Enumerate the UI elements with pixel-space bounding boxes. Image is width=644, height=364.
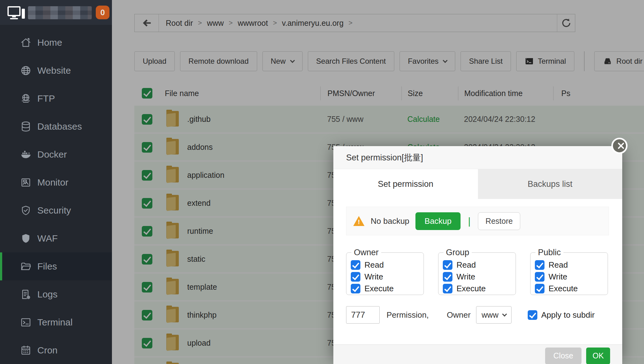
sidebar: 0 HomeWebsiteFTPDatabasesDockerMonitorSe…	[0, 0, 112, 364]
sidebar-item-waf[interactable]: WAF	[0, 224, 112, 252]
folder-open-icon	[20, 260, 32, 272]
permission-option-label: Execute	[456, 284, 486, 293]
ftp-globe-icon	[20, 93, 32, 104]
apply-subdir-label: Apply to subdir	[541, 310, 595, 320]
write-checkbox[interactable]	[443, 272, 452, 282]
shield-check-icon	[20, 205, 32, 216]
tab-backups-list[interactable]: Backups list	[478, 169, 623, 199]
sidebar-item-docker[interactable]: Docker	[0, 141, 112, 168]
sidebar-item-website[interactable]: Website	[0, 57, 112, 85]
execute-checkbox[interactable]	[535, 284, 544, 293]
sidebar-item-label: Monitor	[37, 177, 68, 188]
sidebar-item-terminal[interactable]: Terminal	[0, 308, 112, 336]
close-button[interactable]: Close	[545, 348, 581, 364]
sidebar-item-databases[interactable]: Databases	[0, 113, 112, 141]
write-checkbox[interactable]	[351, 272, 360, 282]
permission-option: Execute	[535, 284, 608, 293]
sidebar-item-label: Cron	[37, 345, 58, 356]
notification-badge[interactable]: 0	[96, 6, 109, 19]
chevron-down-icon	[502, 311, 507, 316]
sidebar-item-ftp[interactable]: FTP	[0, 85, 112, 113]
permission-option: Write	[443, 272, 516, 282]
database-icon	[20, 121, 32, 132]
sidebar-item-label: Home	[37, 37, 62, 48]
permission-option-label: Read	[456, 260, 476, 270]
backup-divider: |	[468, 215, 470, 227]
server-name-blurred[interactable]	[28, 6, 92, 19]
write-checkbox[interactable]	[535, 272, 544, 282]
globe-icon	[20, 65, 32, 76]
permission-option: Write	[535, 272, 608, 282]
backup-status-text: No backup	[371, 216, 409, 226]
permission-option: Read	[535, 260, 608, 270]
permission-option-label: Read	[364, 260, 384, 270]
execute-checkbox[interactable]	[351, 284, 360, 293]
permission-controls: Permission, Owner www Apply to subdir	[346, 306, 622, 324]
dialog-footer: Close OK	[333, 344, 622, 364]
read-checkbox[interactable]	[443, 260, 452, 270]
permission-option-label: Read	[549, 260, 568, 270]
permission-option: Execute	[351, 284, 424, 293]
sidebar-item-label: Files	[37, 261, 57, 272]
permission-option: Read	[443, 260, 516, 270]
sidebar-item-label: FTP	[37, 93, 55, 104]
owner-label: Owner	[447, 310, 471, 320]
sidebar-nav: HomeWebsiteFTPDatabasesDockerMonitorSecu…	[0, 29, 112, 364]
permission-group-group: GroupReadWriteExecute	[438, 248, 516, 295]
sidebar-item-label: Logs	[37, 289, 58, 300]
permission-groups: OwnerReadWriteExecuteGroupReadWriteExecu…	[346, 248, 622, 295]
sidebar-item-label: Security	[37, 205, 71, 216]
tab-set-permission[interactable]: Set permission	[333, 169, 478, 199]
read-checkbox[interactable]	[535, 260, 544, 270]
warning-icon	[353, 216, 364, 226]
ok-button[interactable]: OK	[586, 348, 610, 364]
sidebar-item-label: Terminal	[37, 317, 72, 328]
owner-select-value: www	[482, 311, 498, 320]
set-permission-dialog: Set permission[批量] Set permissionBackups…	[333, 146, 622, 359]
sidebar-item-label: Docker	[37, 149, 67, 160]
permission-option-label: Execute	[549, 284, 578, 293]
server-logo-icon	[7, 6, 25, 20]
permission-value-input[interactable]	[346, 306, 380, 324]
app-root: 0 HomeWebsiteFTPDatabasesDockerMonitorSe…	[0, 0, 644, 364]
permission-option-label: Write	[549, 272, 567, 282]
shield-filled-icon	[20, 233, 32, 244]
sidebar-item-logs[interactable]: Logs	[0, 280, 112, 308]
permission-group-legend: Group	[443, 248, 472, 257]
permission-option-label: Write	[456, 272, 475, 282]
calendar-icon	[20, 344, 32, 356]
sidebar-item-label: Databases	[37, 121, 82, 132]
sidebar-item-home[interactable]: Home	[0, 29, 112, 57]
owner-select[interactable]: www	[476, 306, 512, 324]
backup-button[interactable]: Backup	[415, 212, 461, 230]
permission-group-public: PublicReadWriteExecute	[530, 248, 608, 295]
backup-panel: No backup Backup | Restore	[346, 207, 609, 235]
dialog-title: Set permission[批量]	[333, 146, 622, 169]
sidebar-item-label: Website	[37, 65, 71, 76]
permission-option-label: Write	[364, 272, 383, 282]
sidebar-header: 0	[0, 0, 112, 25]
home-icon	[20, 37, 32, 48]
docker-whale-icon	[20, 149, 32, 160]
sidebar-item-monitor[interactable]: Monitor	[0, 168, 112, 196]
restore-button[interactable]: Restore	[478, 212, 520, 230]
apply-subdir-option: Apply to subdir	[528, 310, 595, 320]
sidebar-item-files[interactable]: Files	[0, 252, 112, 280]
permission-group-legend: Public	[535, 248, 563, 257]
apply-subdir-checkbox[interactable]	[528, 310, 537, 320]
permission-group-legend: Owner	[351, 248, 381, 257]
close-icon[interactable]	[611, 138, 628, 154]
sidebar-item-security[interactable]: Security	[0, 196, 112, 224]
monitor-chart-icon	[20, 177, 32, 188]
dialog-body: No backup Backup | Restore OwnerReadWrit…	[333, 207, 622, 344]
dialog-tabs: Set permissionBackups list	[333, 169, 622, 199]
permission-option: Execute	[443, 284, 516, 293]
permission-label: Permission,	[387, 310, 429, 320]
sidebar-item-label: WAF	[37, 233, 58, 244]
permission-option-label: Execute	[364, 284, 394, 293]
log-document-icon	[20, 288, 32, 300]
sidebar-item-cron[interactable]: Cron	[0, 336, 112, 364]
execute-checkbox[interactable]	[443, 284, 452, 293]
read-checkbox[interactable]	[351, 260, 360, 270]
permission-group-owner: OwnerReadWriteExecute	[346, 248, 424, 295]
